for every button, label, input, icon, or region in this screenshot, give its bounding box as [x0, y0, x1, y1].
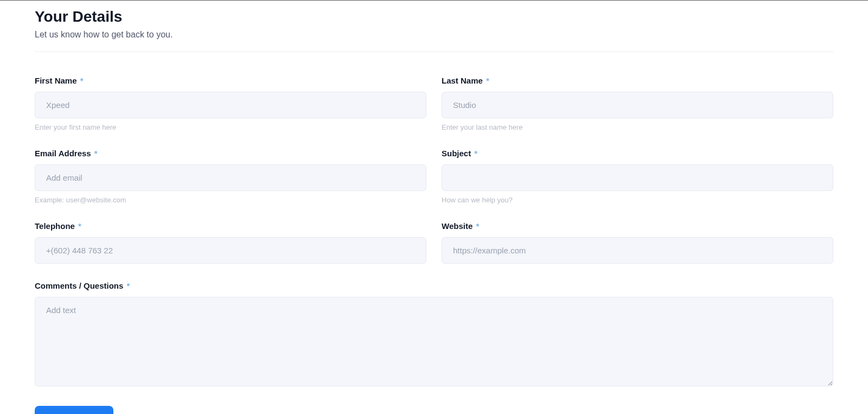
field-comments: Comments / Questions *	[35, 281, 833, 388]
label-text: Last Name	[442, 76, 483, 85]
form-header: Your Details Let us know how to get back…	[35, 1, 833, 52]
label-text: Website	[442, 221, 473, 231]
telephone-input[interactable]	[35, 237, 426, 264]
subject-input[interactable]	[442, 164, 833, 191]
form-grid: First Name * Enter your first name here …	[35, 52, 833, 388]
website-input[interactable]	[442, 237, 833, 264]
first-name-help: Enter your first name here	[35, 123, 426, 131]
required-mark: *	[127, 281, 130, 290]
email-label: Email Address *	[35, 149, 426, 158]
last-name-help: Enter your last name here	[442, 123, 833, 131]
first-name-input[interactable]	[35, 92, 426, 118]
field-website: Website *	[442, 221, 833, 264]
label-text: Comments / Questions	[35, 281, 123, 290]
subject-help: How can we help you?	[442, 196, 833, 204]
page-title: Your Details	[35, 8, 833, 26]
email-input[interactable]	[35, 164, 426, 191]
email-help: Example: user@website.com	[35, 196, 426, 204]
label-text: Subject	[442, 149, 471, 158]
telephone-label: Telephone *	[35, 221, 426, 231]
required-mark: *	[486, 76, 489, 85]
required-mark: *	[94, 149, 98, 158]
required-mark: *	[474, 149, 477, 158]
label-text: First Name	[35, 76, 77, 85]
first-name-label: First Name *	[35, 76, 426, 85]
field-first-name: First Name * Enter your first name here	[35, 76, 426, 131]
last-name-input[interactable]	[442, 92, 833, 118]
send-message-button[interactable]: Send Message	[35, 406, 113, 414]
comments-label: Comments / Questions *	[35, 281, 833, 290]
last-name-label: Last Name *	[442, 76, 833, 85]
website-label: Website *	[442, 221, 833, 231]
required-mark: *	[80, 76, 84, 85]
field-telephone: Telephone *	[35, 221, 426, 264]
label-text: Email Address	[35, 149, 91, 158]
field-subject: Subject * How can we help you?	[442, 149, 833, 204]
field-email: Email Address * Example: user@website.co…	[35, 149, 426, 204]
subject-label: Subject *	[442, 149, 833, 158]
required-mark: *	[78, 221, 81, 231]
comments-textarea[interactable]	[35, 297, 833, 386]
required-mark: *	[476, 221, 479, 231]
field-last-name: Last Name * Enter your last name here	[442, 76, 833, 131]
label-text: Telephone	[35, 221, 75, 231]
page-subtitle: Let us know how to get back to you.	[35, 30, 833, 40]
form-actions: Send Message	[35, 388, 833, 414]
